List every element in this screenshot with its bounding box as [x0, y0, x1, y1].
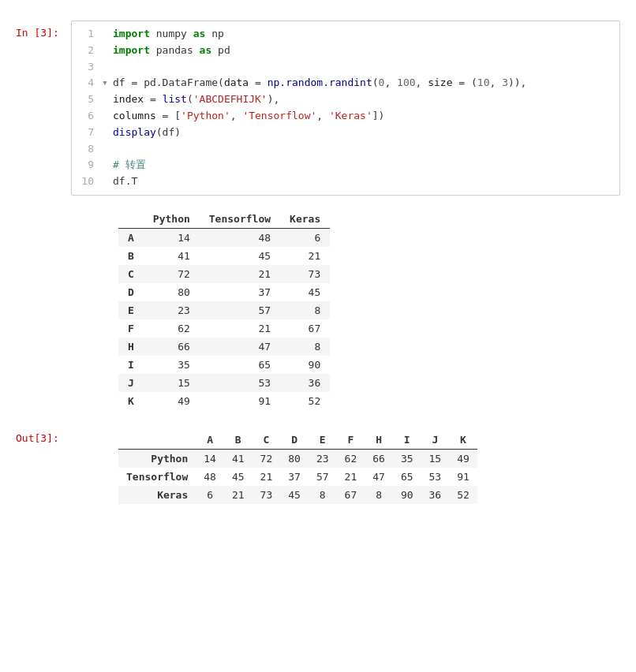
- display-table-area: PythonTensorflowKeras A14486B414521C7221…: [71, 203, 620, 416]
- code-content: columns = ['Python', 'Tensorflow', 'Kera…: [113, 108, 612, 125]
- transposed-data-cell: 21: [224, 486, 253, 504]
- table-row: A14486: [118, 228, 330, 247]
- transposed-data-cell: 62: [337, 449, 365, 468]
- data-cell: 37: [200, 283, 280, 301]
- table-row: I356590: [118, 356, 330, 374]
- column-header: Keras: [280, 210, 330, 229]
- table-row: H66478: [118, 338, 330, 356]
- code-box[interactable]: 1import numpy as np2import pandas as pd3…: [71, 21, 620, 196]
- line-number: 10: [80, 174, 102, 190]
- transposed-data-cell: 36: [421, 486, 450, 504]
- code-line: 10df.T: [80, 174, 612, 190]
- code-line: 3: [80, 59, 612, 76]
- table-row: E23578: [118, 301, 330, 319]
- line-number: 5: [80, 91, 102, 108]
- code-content: index = list('ABCDEFHIJK'),: [113, 91, 612, 108]
- data-cell: 8: [280, 338, 330, 356]
- data-cell: 66: [144, 338, 200, 356]
- code-content: [113, 141, 612, 158]
- line-number: 4: [80, 75, 102, 91]
- line-arrow: [102, 26, 113, 43]
- transposed-col-header: I: [393, 431, 421, 450]
- line-arrow: [102, 108, 113, 125]
- transposed-row: Tensorflow48452137572147655391: [118, 468, 477, 486]
- transposed-col-header: A: [196, 431, 224, 450]
- code-line: 4▾df = pd.DataFrame(data = np.random.ran…: [80, 75, 612, 91]
- row-index-cell: K: [118, 392, 144, 410]
- data-cell: 80: [144, 283, 200, 301]
- transposed-data-cell: 35: [393, 449, 421, 468]
- line-number: 1: [80, 26, 102, 43]
- data-cell: 65: [200, 356, 280, 374]
- row-index-cell: E: [118, 301, 144, 319]
- transposed-data-cell: 8: [309, 486, 337, 504]
- transposed-data-cell: 52: [449, 486, 477, 504]
- table-row: C722173: [118, 265, 330, 283]
- transposed-data-cell: 37: [280, 468, 309, 486]
- transposed-data-cell: 47: [365, 468, 393, 486]
- transposed-data-cell: 67: [337, 486, 365, 504]
- code-content: # 转置: [113, 157, 612, 174]
- transposed-header-row: ABCDEFHIJK: [118, 431, 477, 450]
- transposed-data-cell: 21: [253, 468, 281, 486]
- transposed-data-cell: 65: [393, 468, 421, 486]
- code-content: import pandas as pd: [113, 43, 612, 59]
- data-cell: 52: [280, 392, 330, 410]
- transposed-row-label: Keras: [118, 486, 196, 504]
- transposed-col-header: H: [365, 431, 393, 450]
- transposed-data-cell: 66: [365, 449, 393, 468]
- data-cell: 14: [144, 228, 200, 247]
- data-cell: 62: [144, 319, 200, 338]
- display-table-head: PythonTensorflowKeras: [118, 210, 330, 229]
- transposed-data-cell: 49: [449, 449, 477, 468]
- data-cell: 21: [200, 265, 280, 283]
- transposed-data-cell: 91: [449, 468, 477, 486]
- row-index-cell: A: [118, 228, 144, 247]
- transposed-dataframe: ABCDEFHIJK Python14417280236266351549Ten…: [118, 431, 477, 504]
- data-cell: 73: [280, 265, 330, 283]
- row-index-cell: D: [118, 283, 144, 301]
- out-label: Out[3]:: [16, 424, 71, 510]
- transposed-data-cell: 8: [365, 486, 393, 504]
- row-index-cell: H: [118, 338, 144, 356]
- transposed-data-cell: 72: [253, 449, 281, 468]
- data-cell: 15: [144, 374, 200, 392]
- data-cell: 23: [144, 301, 200, 319]
- table-row: K499152: [118, 392, 330, 410]
- line-arrow: [102, 141, 113, 158]
- transposed-data-cell: 57: [309, 468, 337, 486]
- data-cell: 41: [144, 247, 200, 265]
- transposed-table-body: Python14417280236266351549Tensorflow4845…: [118, 449, 477, 504]
- line-arrow: [102, 43, 113, 59]
- transposed-data-cell: 45: [224, 468, 253, 486]
- data-cell: 90: [280, 356, 330, 374]
- transposed-col-header: D: [280, 431, 309, 450]
- code-content: df = pd.DataFrame(data = np.random.randi…: [113, 75, 612, 91]
- in-label: In [3]:: [16, 21, 71, 196]
- transposed-data-cell: 23: [309, 449, 337, 468]
- data-cell: 21: [280, 247, 330, 265]
- line-number: 9: [80, 157, 102, 174]
- data-cell: 49: [144, 392, 200, 410]
- code-line: 1import numpy as np: [80, 26, 612, 43]
- line-arrow: [102, 174, 113, 190]
- code-line: 5 index = list('ABCDEFHIJK'),: [80, 91, 612, 108]
- transposed-data-cell: 48: [196, 468, 224, 486]
- transposed-data-cell: 45: [280, 486, 309, 504]
- transposed-row-label: Python: [118, 449, 196, 468]
- transposed-col-header: F: [337, 431, 365, 450]
- data-cell: 45: [280, 283, 330, 301]
- transposed-data-cell: 53: [421, 468, 450, 486]
- transposed-data-cell: 80: [280, 449, 309, 468]
- line-arrow: [102, 91, 113, 108]
- column-header: Python: [144, 210, 200, 229]
- transposed-data-cell: 90: [393, 486, 421, 504]
- data-cell: 36: [280, 374, 330, 392]
- data-cell: 53: [200, 374, 280, 392]
- row-index-cell: J: [118, 374, 144, 392]
- line-number: 7: [80, 125, 102, 141]
- display-label: [16, 203, 71, 416]
- transposed-col-header: E: [309, 431, 337, 450]
- data-cell: 91: [200, 392, 280, 410]
- display-output: PythonTensorflowKeras A14486B414521C7221…: [16, 203, 620, 416]
